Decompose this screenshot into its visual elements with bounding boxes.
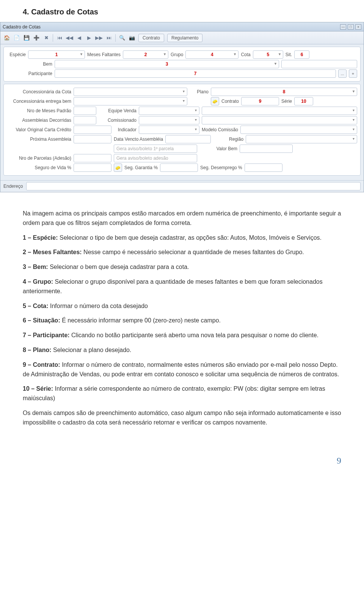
form-area: Espécie 1 Meses Faltantes 2 Grupo 4 Cota… bbox=[0, 44, 364, 180]
app-window: Cadastro de Cotas — □ × 🏠 📄 💾 ➕ ✖ ⏮ ◀◀ ◀… bbox=[0, 22, 364, 192]
indicador-label: Indicador bbox=[114, 127, 136, 132]
doc-item-4: 4 – Grupo: Selecionar o grupo disponível… bbox=[23, 277, 341, 296]
first-icon[interactable]: ⏮ bbox=[56, 35, 63, 41]
photo-icon[interactable]: 📷 bbox=[129, 35, 135, 41]
sit-field[interactable]: 6 bbox=[294, 50, 309, 59]
doc-outro: Os demais campos são de preenchimento au… bbox=[23, 409, 341, 428]
footer-row: Endereço bbox=[0, 180, 364, 192]
cota-label: Cota bbox=[241, 52, 250, 57]
doc-heading: 4. Cadastro de Cotas bbox=[0, 0, 364, 20]
maximize-button[interactable]: □ bbox=[348, 24, 354, 30]
window-controls: — □ × bbox=[340, 24, 361, 30]
gera-aviso-parcela-field[interactable]: Gera aviso/boleto 1º parcela bbox=[114, 145, 197, 153]
panel-top: Espécie 1 Meses Faltantes 2 Grupo 4 Cota… bbox=[3, 47, 361, 82]
seg-garantia-label: Seg. Garantia % bbox=[124, 165, 158, 170]
eraser-icon[interactable]: 🧽 bbox=[114, 163, 122, 172]
meses-faltantes-label: Meses Faltantes bbox=[87, 52, 121, 57]
bem-label: Bem bbox=[7, 61, 52, 67]
home-icon[interactable]: 🏠 bbox=[3, 35, 10, 41]
participante-field[interactable]: 7 bbox=[55, 69, 336, 78]
equipe-venda-label: Equipe Venda bbox=[99, 108, 136, 113]
modelo-comissao-label: Modelo Comissão bbox=[202, 127, 238, 132]
indicador-select[interactable] bbox=[139, 126, 199, 134]
doc-item-6: 6 – Situação: É necessário informar semp… bbox=[23, 316, 341, 325]
new-icon[interactable]: 📄 bbox=[13, 35, 20, 41]
contrato-button[interactable]: Contrato bbox=[138, 34, 164, 42]
regulamento-button[interactable]: Regulamento bbox=[167, 34, 202, 42]
equipe-venda-select[interactable] bbox=[139, 107, 199, 115]
contrato-field[interactable]: 9 bbox=[241, 97, 279, 105]
prev-page-icon[interactable]: ◀◀ bbox=[66, 35, 73, 41]
especie-select[interactable]: 1 bbox=[28, 50, 85, 59]
doc-item-3: 3 – Bem: Selecionar o bem que deseja cad… bbox=[23, 262, 341, 272]
toolbar-separator bbox=[53, 34, 53, 42]
close-window-button[interactable]: × bbox=[355, 24, 361, 30]
search-icon[interactable]: 🔍 bbox=[119, 35, 126, 41]
minimize-button[interactable]: — bbox=[340, 24, 346, 30]
last-icon[interactable]: ⏭ bbox=[105, 35, 112, 41]
nro-parcelas-adesao-field[interactable] bbox=[74, 154, 111, 162]
add-participante-button[interactable]: + bbox=[349, 69, 357, 78]
endereco-label: Endereço bbox=[3, 184, 26, 189]
meses-faltantes-select[interactable]: 2 bbox=[123, 50, 168, 59]
serie-label: Série bbox=[281, 99, 292, 104]
doc-item-8: 8 – Plano: Selecionar a plano desejado. bbox=[23, 346, 341, 355]
toolbar: 🏠 📄 💾 ➕ ✖ ⏮ ◀◀ ◀ ▶ ▶▶ ⏭ 🔍 📷 Contrato Reg… bbox=[0, 31, 364, 44]
data-vencto-field[interactable] bbox=[165, 135, 211, 143]
panel-details: Concessionária da Cota Plano 8 Concessio… bbox=[3, 84, 361, 176]
valor-original-carta-field[interactable] bbox=[74, 126, 111, 134]
plano-select[interactable]: 8 bbox=[211, 88, 357, 96]
seg-desemprego-field[interactable] bbox=[245, 163, 282, 172]
seg-desemprego-label: Seg. Desemprego % bbox=[200, 165, 242, 170]
titlebar: Cadastro de Cotas — □ × bbox=[0, 22, 364, 31]
nro-meses-padrao-label: Nro de Meses Padrão bbox=[7, 108, 71, 113]
doc-item-5: 5 – Cota: Informar o número da cota dese… bbox=[23, 302, 341, 311]
cota-select[interactable]: 5 bbox=[253, 50, 283, 59]
endereco-field[interactable] bbox=[26, 182, 361, 190]
proxima-assembleia-label: Próxima Assembleia bbox=[7, 137, 71, 142]
assembleias-decorridas-field[interactable] bbox=[74, 116, 96, 124]
proxima-assembleia-field[interactable] bbox=[74, 135, 111, 143]
regiao-select[interactable] bbox=[246, 135, 357, 143]
doc-intro: Na imagem acima os principais campos est… bbox=[23, 209, 341, 228]
bem-select[interactable]: 3 bbox=[55, 60, 279, 68]
next-icon[interactable]: ▶ bbox=[86, 35, 93, 41]
eraser-icon[interactable]: 🧽 bbox=[211, 97, 219, 105]
bem-desc-field[interactable] bbox=[281, 60, 357, 68]
grupo-select[interactable]: 4 bbox=[185, 50, 238, 59]
seguro-vida-label: Seguro de Vida % bbox=[7, 165, 71, 170]
data-vencto-label: Data Vencto Assembléia bbox=[114, 137, 163, 142]
assembleias-decorridas-label: Assembleias Decorridas bbox=[7, 118, 71, 123]
seg-garantia-field[interactable] bbox=[160, 163, 198, 172]
serie-field[interactable]: 10 bbox=[294, 97, 313, 105]
concessionaria-cota-label: Concessionária da Cota bbox=[7, 89, 71, 94]
valor-bem-label: Valor Bem bbox=[199, 146, 237, 151]
regiao-label: Região bbox=[213, 137, 243, 142]
browse-button[interactable]: ... bbox=[338, 69, 347, 78]
valor-bem-field[interactable] bbox=[240, 145, 293, 153]
add-icon[interactable]: ➕ bbox=[33, 35, 40, 41]
gera-aviso-adesao-field[interactable]: Gera aviso/boleto adesão bbox=[114, 154, 197, 162]
valor-original-carta-label: Valor Original Carta Crédito bbox=[7, 127, 71, 132]
prev-icon[interactable]: ◀ bbox=[76, 35, 83, 41]
sit-label: Sit. bbox=[286, 52, 292, 57]
save-icon[interactable]: 💾 bbox=[23, 35, 30, 41]
next-page-icon[interactable]: ▶▶ bbox=[96, 35, 102, 41]
concessionaria-entrega-select[interactable] bbox=[74, 97, 187, 105]
window-title: Cadastro de Cotas bbox=[3, 24, 41, 30]
especie-label: Espécie bbox=[7, 52, 26, 57]
equipe-venda-extra-select[interactable] bbox=[202, 107, 357, 115]
delete-icon[interactable]: ✖ bbox=[43, 35, 50, 41]
comissionado-select[interactable] bbox=[139, 116, 199, 124]
concessionaria-cota-select[interactable] bbox=[74, 88, 187, 96]
doc-item-7: 7 – Participante: Clicando no botão part… bbox=[23, 331, 341, 340]
seguro-vida-field[interactable] bbox=[74, 163, 111, 172]
doc-item-9: 9 – Contrato: Informar o número de contr… bbox=[23, 360, 341, 379]
comissionado-extra-select[interactable] bbox=[202, 116, 357, 124]
grupo-label: Grupo bbox=[171, 52, 183, 57]
doc-item-1: 1 – Espécie: Selecionar o tipo de bem qu… bbox=[23, 233, 341, 243]
contrato-label: Contrato bbox=[221, 99, 239, 104]
page-number: 9 bbox=[0, 448, 364, 477]
modelo-comissao-select[interactable] bbox=[240, 126, 357, 134]
nro-meses-padrao-field[interactable] bbox=[74, 107, 96, 115]
